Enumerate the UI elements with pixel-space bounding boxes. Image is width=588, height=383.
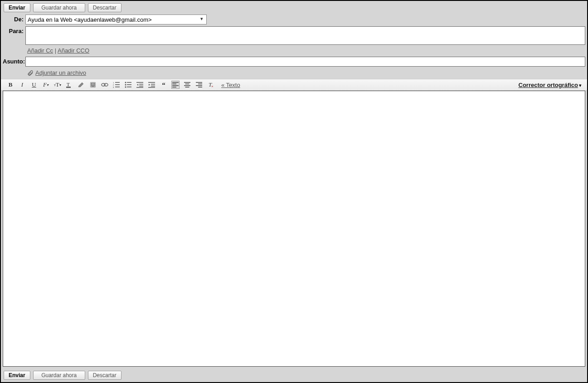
svg-rect-20 (139, 84, 143, 85)
italic-icon[interactable]: I (18, 81, 26, 89)
svg-rect-22 (136, 87, 143, 88)
numbered-list-icon[interactable]: 123 (112, 81, 121, 89)
compose-window: Enviar Guardar ahora Descartar De: Para:… (0, 0, 588, 383)
svg-point-3 (91, 83, 92, 84)
svg-text:T: T (67, 82, 70, 87)
svg-rect-26 (148, 87, 155, 88)
svg-rect-23 (148, 82, 155, 83)
svg-point-4 (94, 83, 95, 84)
svg-rect-38 (198, 87, 202, 88)
attach-file-link[interactable]: Adjuntar un archivo (35, 69, 86, 76)
svg-rect-16 (127, 82, 131, 83)
top-button-bar: Enviar Guardar ahora Descartar (1, 1, 587, 15)
from-label: De: (3, 15, 25, 23)
svg-rect-30 (172, 87, 176, 88)
svg-rect-18 (127, 87, 131, 87)
spellcheck-dropdown[interactable]: Corrector ortográfico▾ (519, 82, 582, 88)
svg-rect-10 (115, 82, 120, 83)
cc-links-row: Añadir Cc | Añadir CCO (3, 46, 585, 57)
svg-rect-17 (127, 84, 131, 85)
plain-text-link[interactable]: « Texto (221, 82, 240, 88)
formatting-toolbar: B I U F▾ тT▾ T 123 “ (1, 79, 587, 91)
emoticon-icon[interactable] (89, 81, 97, 89)
to-row: Para: (3, 26, 585, 45)
svg-rect-2 (90, 82, 96, 87)
bold-icon[interactable]: B (6, 81, 15, 89)
send-button-bottom[interactable]: Enviar (4, 371, 30, 380)
svg-rect-36 (198, 84, 202, 85)
svg-rect-24 (151, 84, 155, 85)
svg-rect-21 (139, 86, 143, 87)
from-row: De: (3, 15, 585, 24)
remove-formatting-icon[interactable]: T× (207, 81, 215, 89)
svg-point-6 (104, 83, 108, 86)
bullet-list-icon[interactable] (124, 81, 132, 89)
svg-text:3: 3 (113, 86, 114, 88)
header-fields: De: Para: Añadir Cc | Añadir CCO Asunto:… (1, 15, 587, 79)
svg-point-15 (125, 87, 126, 88)
font-size-icon[interactable]: тT▾ (53, 81, 62, 89)
svg-rect-32 (185, 84, 190, 85)
svg-rect-29 (172, 85, 179, 86)
paperclip-icon (27, 70, 34, 76)
svg-rect-27 (172, 82, 179, 83)
align-center-icon[interactable] (183, 81, 191, 89)
from-select-wrap (25, 15, 207, 24)
quote-icon[interactable]: “ (160, 81, 168, 89)
font-family-icon[interactable]: F▾ (42, 81, 50, 89)
svg-point-13 (125, 82, 126, 83)
svg-rect-34 (185, 87, 190, 88)
svg-rect-11 (115, 84, 120, 85)
underline-icon[interactable]: U (30, 81, 38, 89)
svg-rect-12 (115, 87, 120, 87)
align-left-icon[interactable] (171, 81, 180, 89)
svg-text:×: × (211, 84, 214, 88)
save-now-button[interactable]: Guardar ahora (33, 3, 85, 12)
svg-point-14 (125, 84, 126, 86)
text-color-icon[interactable]: T (65, 81, 73, 89)
subject-row: Asunto: (3, 57, 585, 67)
svg-rect-19 (136, 82, 143, 83)
svg-rect-37 (196, 85, 202, 86)
send-button[interactable]: Enviar (4, 3, 30, 12)
to-input[interactable] (25, 26, 585, 45)
indent-less-icon[interactable] (136, 81, 144, 89)
svg-rect-28 (172, 84, 176, 85)
add-bcc-link[interactable]: Añadir CCO (58, 47, 89, 54)
svg-rect-31 (184, 82, 190, 83)
to-label: Para: (3, 26, 25, 34)
svg-rect-35 (196, 82, 202, 83)
attach-row: Adjuntar un archivo (3, 68, 585, 79)
from-select[interactable] (25, 15, 207, 24)
svg-rect-1 (66, 87, 71, 88)
subject-label: Asunto: (3, 57, 25, 65)
discard-button-bottom[interactable]: Descartar (88, 371, 121, 380)
discard-button[interactable]: Descartar (88, 3, 121, 12)
align-right-icon[interactable] (195, 81, 203, 89)
svg-rect-33 (184, 85, 190, 86)
subject-input[interactable] (25, 57, 585, 67)
message-body-editor[interactable] (3, 91, 585, 367)
link-icon[interactable] (101, 81, 109, 89)
add-cc-link[interactable]: Añadir Cc (27, 47, 53, 54)
save-now-button-bottom[interactable]: Guardar ahora (33, 371, 85, 380)
highlight-icon[interactable] (77, 81, 85, 89)
indent-more-icon[interactable] (148, 81, 156, 89)
svg-rect-25 (151, 86, 155, 87)
bottom-button-bar: Enviar Guardar ahora Descartar (1, 368, 587, 382)
